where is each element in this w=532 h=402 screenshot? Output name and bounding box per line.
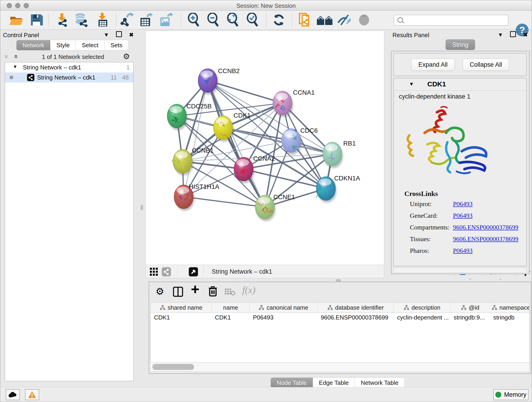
import-table-icon[interactable] [96,13,109,27]
open-session-icon[interactable] [9,13,24,26]
table-cell[interactable]: P06493 [250,313,317,322]
float-panel-icon[interactable] [116,31,122,37]
collapse-all-button[interactable]: Collapse All [462,59,509,71]
search-box[interactable] [394,15,508,26]
tab-network[interactable]: Network [16,40,51,51]
zoom-selected-icon[interactable] [246,13,259,27]
collapse-all-icon[interactable]: » [3,55,11,59]
protein-ribbon-segment [460,162,485,171]
hide-graphics-icon[interactable] [337,13,351,26]
search-input[interactable] [406,16,506,24]
close-panel-icon[interactable]: ✖ [523,32,528,38]
network-edge[interactable] [184,81,208,197]
table-cell[interactable]: stringdb [490,313,530,322]
gear-icon[interactable]: ⚙ [156,286,164,297]
delete-table-icon[interactable] [225,288,235,295]
export-image-icon[interactable] [159,13,174,27]
network-node-CCNB1[interactable] [172,149,193,176]
collapse-gene-icon[interactable]: ▼ [409,81,414,87]
export-network-icon[interactable] [120,13,134,27]
column-header-@id[interactable]: @id [450,303,490,313]
network-node-CCNB2[interactable] [198,69,219,95]
network-row[interactable]: String Network – cdk1 11 48 [5,72,133,83]
gene-header[interactable]: ▼ CDK1 [394,78,526,90]
detach-view-icon[interactable] [189,267,198,276]
tab-string[interactable]: String [446,39,475,50]
network-node-CDK1[interactable] [213,116,234,142]
toolbar-divider [292,13,292,27]
function-builder-icon[interactable]: f(x) [242,284,255,295]
tab-select[interactable]: Select [76,40,104,51]
network-edge-count: 48 [122,74,129,81]
gear-icon[interactable]: ⚙ [123,52,130,61]
close-panel-icon[interactable]: ✖ [129,32,133,38]
crosslink-value-link[interactable]: P06493 [453,212,473,219]
left-splitter-handle[interactable] [140,205,143,210]
collapse-panel-icon[interactable]: ▼ [498,32,503,38]
show-graphics-icon[interactable] [358,14,370,26]
network-overview-icon[interactable] [317,14,333,26]
table-cell[interactable]: cyclin-dependent ... [394,313,450,322]
split-columns-icon[interactable] [173,287,183,297]
crosslink-row: Compartments:9606.ENSP00000378699 [410,224,520,235]
network-node-CDKN1A[interactable] [316,177,337,203]
column-header-database-identifier[interactable]: database identifier [317,303,394,313]
save-session-icon[interactable] [30,13,43,26]
network-canvas[interactable]: CCNB2CCNA1CDC25BCDK1CDC6RB1CCNB1CCNA2CDK… [146,31,384,265]
crosslink-value-link[interactable]: 9606.ENSP00000378699 [453,224,518,231]
network-collection-row[interactable]: ▼ String Network – cdk1 1 [5,62,133,72]
expand-all-button[interactable]: Expand All [411,59,455,71]
results-scrollbar[interactable] [393,268,526,273]
zoom-fit-icon[interactable] [226,13,239,27]
import-network-icon[interactable] [55,13,69,27]
tab-node-table[interactable]: Node Table [271,377,313,388]
add-column-icon[interactable]: + [191,281,199,298]
table-cell[interactable]: stringdb:9... [450,313,490,322]
tab-edge-table[interactable]: Edge Table [313,377,355,388]
crosslink-value-link[interactable]: P06493 [453,247,473,254]
network-node-RB1[interactable] [323,142,343,168]
network-edge[interactable] [208,81,282,103]
protein-ribbon-segment [462,147,486,158]
network-node-CCNA2[interactable] [234,157,254,183]
export-table-icon[interactable] [139,13,154,27]
warning-button[interactable] [25,389,39,400]
tab-style[interactable]: Style [51,40,76,51]
zoom-in-icon[interactable] [187,13,200,27]
crosslink-value-link[interactable]: 9606.ENSP00000378699 [453,235,518,243]
status-bar: Memory [0,387,532,402]
grid-view-icon[interactable] [150,268,158,276]
cloud-button[interactable] [6,389,20,400]
zoom-out-icon[interactable] [206,13,219,27]
node-table[interactable]: shared nameCDK1nameCDK1canonical nameP06… [151,302,530,363]
float-panel-icon[interactable] [510,31,516,37]
delete-column-icon[interactable] [208,286,217,297]
table-cell[interactable]: CDK1 [212,313,249,322]
table-horizontal-scrollbar[interactable] [151,363,529,371]
column-header-description[interactable]: description [394,303,450,313]
column-header-name[interactable]: name [212,303,250,313]
network-view-icon[interactable] [162,267,171,276]
import-database-icon[interactable] [74,13,89,27]
table-scrollbar-thumb[interactable] [152,364,194,370]
table-cell[interactable]: CDK1 [151,313,211,322]
memory-button[interactable]: Memory [493,389,529,400]
tab-sets[interactable]: Sets [104,40,128,51]
column-header-canonical-name[interactable]: canonical name [250,303,317,313]
collapse-tree-icon[interactable]: ▼ [13,64,17,70]
expand-all-icon[interactable]: » [12,55,19,59]
tab-network-table[interactable]: Network Table [355,377,405,388]
refresh-icon[interactable] [272,13,285,26]
network-node-CCNE1[interactable] [255,195,276,221]
mapped-column-icon [160,305,165,310]
column-header-shared-name[interactable]: shared name [151,303,212,313]
crosslink-value-link[interactable]: P06493 [453,200,473,208]
collapse-panel-icon[interactable]: ▼ [104,32,109,38]
node-label-CCNB1: CCNB1 [192,147,214,154]
document-share-icon[interactable] [298,13,311,27]
node-label-CCNA2: CCNA2 [253,155,275,162]
memory-status-icon [495,392,501,398]
column-header-namespace[interactable]: namespace [490,303,530,313]
network-edge[interactable] [184,197,265,207]
table-cell[interactable]: 9606.ENSP00000378699 [317,313,394,322]
